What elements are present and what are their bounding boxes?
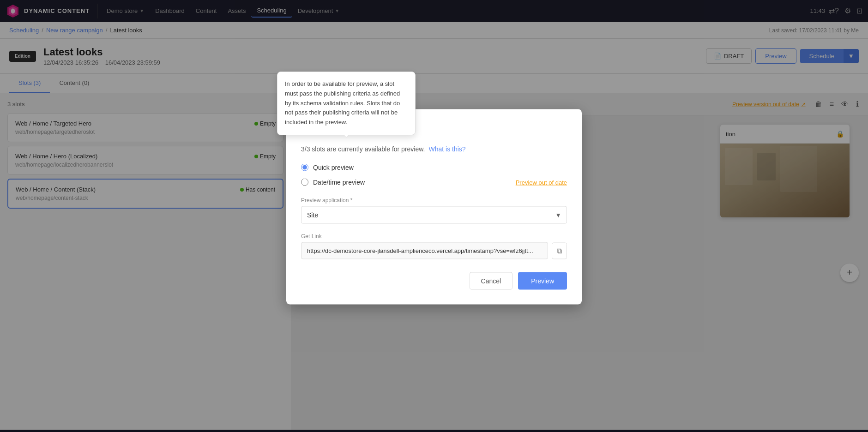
get-link-label: Get Link — [301, 233, 567, 240]
quick-preview-option[interactable]: Quick preview — [301, 164, 567, 171]
app-select-group: Preview application * Site ▼ — [301, 197, 567, 224]
link-input-row: ⧉ — [301, 242, 567, 259]
modal-slots-info: 3/3 slots are currently available for pr… — [301, 145, 567, 153]
preview-content-modal: Preview Content 3/3 slots are currently … — [286, 109, 582, 305]
radio-group: Quick preview Date/time preview Preview … — [301, 164, 567, 186]
tooltip-bubble: In order to be available for preview, a … — [277, 72, 416, 135]
datetime-preview-label: Date/time preview — [313, 179, 511, 186]
copy-link-button[interactable]: ⧉ — [552, 242, 567, 259]
get-link-group: Get Link ⧉ — [301, 233, 567, 259]
quick-preview-label: Quick preview — [313, 164, 567, 171]
cancel-button[interactable]: Cancel — [470, 272, 513, 290]
modal-overlay[interactable]: In order to be available for preview, a … — [0, 0, 868, 430]
preview-out-of-date-link[interactable]: Preview out of date — [516, 179, 567, 186]
modal-preview-button[interactable]: Preview — [518, 272, 567, 290]
app-select-label: Preview application * — [301, 197, 567, 204]
app-select-wrapper: Site ▼ — [301, 206, 567, 224]
quick-preview-radio[interactable] — [301, 164, 308, 171]
app-select[interactable]: Site — [301, 206, 567, 224]
datetime-preview-radio[interactable] — [301, 179, 308, 186]
link-input[interactable] — [301, 242, 548, 259]
modal-actions: Cancel Preview — [301, 272, 567, 290]
datetime-preview-option[interactable]: Date/time preview Preview out of date — [301, 179, 567, 186]
what-is-this-link[interactable]: What is this? — [428, 145, 465, 153]
